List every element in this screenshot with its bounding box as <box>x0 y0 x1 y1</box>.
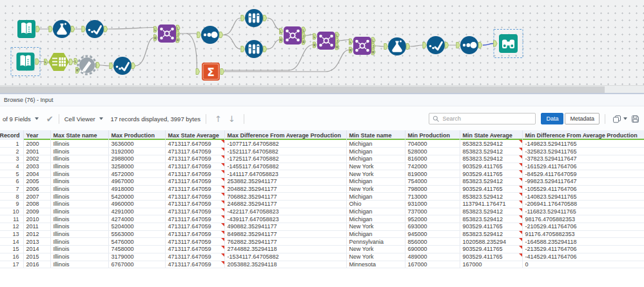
cell[interactable]: -149823.529411765 <box>522 140 644 148</box>
cell[interactable]: New York <box>346 246 405 253</box>
apply-check-button[interactable]: ✔ <box>46 114 54 124</box>
cell[interactable]: 253882.352941177 <box>224 177 346 185</box>
record-column-header[interactable]: Record <box>0 130 23 140</box>
column-header[interactable]: Max Production <box>108 130 165 140</box>
cell[interactable]: Illinois <box>50 193 108 201</box>
column-header[interactable]: Max Difference From Average Production <box>224 130 346 140</box>
cell[interactable]: Michigan <box>346 155 405 163</box>
cell[interactable]: 4713117.647059 <box>165 261 224 268</box>
cell[interactable]: 4960000 <box>108 201 165 208</box>
cell[interactable]: 1020588.235294 <box>460 238 522 246</box>
cell[interactable]: 98176.4705882353 <box>522 215 644 223</box>
cell[interactable]: 2008 <box>23 201 50 208</box>
cell[interactable]: Illinois <box>50 170 108 178</box>
cell[interactable]: 0 <box>522 261 644 268</box>
column-header[interactable]: Max State Average <box>165 130 224 140</box>
cell[interactable]: 853823.529412 <box>460 215 522 223</box>
union-1-tool[interactable] <box>197 26 223 44</box>
cell[interactable]: Illinois <box>50 177 108 185</box>
formula-1-tool[interactable] <box>49 20 75 38</box>
column-header[interactable]: Min State name <box>346 130 405 140</box>
cell[interactable]: 853823.529412 <box>460 193 522 201</box>
cell[interactable]: Illinois <box>50 230 108 238</box>
cell[interactable]: 7458000 <box>108 246 165 253</box>
cell[interactable]: Illinois <box>50 201 108 208</box>
cell[interactable]: -140823.529411765 <box>522 193 644 201</box>
cell[interactable]: 903529.411765 <box>460 246 522 253</box>
row-number-cell[interactable]: 14 <box>0 238 23 246</box>
cell[interactable]: 693000 <box>405 223 460 231</box>
save-button[interactable] <box>631 115 639 123</box>
cell[interactable]: -1455117.64705882 <box>224 163 346 170</box>
cell[interactable]: 853823.529412 <box>460 230 522 238</box>
cell[interactable]: 528000 <box>405 148 460 155</box>
cell[interactable]: -37823.5294117647 <box>522 155 644 163</box>
cell[interactable]: 2988000 <box>108 155 165 163</box>
cell[interactable]: Illinois <box>50 246 108 253</box>
browse-tool[interactable] <box>494 34 518 53</box>
cell[interactable]: 713000 <box>405 193 460 201</box>
join-1-tool[interactable]: LRLJR <box>154 25 181 43</box>
cell[interactable]: 856000 <box>405 238 460 246</box>
cell[interactable]: 4713117.647059 <box>165 246 224 253</box>
cell[interactable]: 4713117.647059 <box>165 163 224 170</box>
cell[interactable]: 4713117.647059 <box>165 193 224 201</box>
scrollbar-thumb[interactable] <box>0 86 605 93</box>
cell[interactable]: 4713117.647059 <box>165 215 224 223</box>
cell[interactable]: 931000 <box>405 201 460 208</box>
cell[interactable]: -1521117.64705882 <box>224 148 346 155</box>
cell[interactable]: 2009 <box>23 208 50 215</box>
cell[interactable]: 4713117.647059 <box>165 208 224 215</box>
row-number-cell[interactable]: 3 <box>0 155 23 163</box>
cell[interactable]: 2000 <box>23 140 50 148</box>
cell[interactable]: 4713117.647059 <box>165 238 224 246</box>
column-header[interactable]: Max State name <box>50 130 108 140</box>
cell[interactable]: Illinois <box>50 140 108 148</box>
cell[interactable]: New York <box>346 223 405 231</box>
row-number-cell[interactable]: 6 <box>0 177 23 185</box>
cell[interactable]: Pennsylvania <box>346 238 405 246</box>
cell[interactable]: 246882.352941177 <box>224 201 346 208</box>
column-header[interactable]: Min Difference From Average Production <box>522 130 644 140</box>
cell[interactable]: 4713117.647059 <box>165 185 224 193</box>
cell[interactable]: Michigan <box>346 140 405 148</box>
cell[interactable]: New York <box>346 253 405 261</box>
cell[interactable]: 4713117.647059 <box>165 170 224 178</box>
cell[interactable]: Illinois <box>50 208 108 215</box>
cell[interactable]: 742000 <box>405 163 460 170</box>
cell[interactable]: -141117.647058823 <box>224 170 346 178</box>
cell[interactable]: 4291000 <box>108 208 165 215</box>
cell-viewer-selector[interactable]: Cell Viewer <box>64 115 103 123</box>
cell[interactable]: 952000 <box>405 215 460 223</box>
cell[interactable]: 754000 <box>405 177 460 185</box>
search-box[interactable] <box>429 113 536 124</box>
input-data-1-tool[interactable] <box>17 20 40 38</box>
cell[interactable]: 903529.411765 <box>460 170 522 178</box>
row-number-cell[interactable]: 1 <box>0 140 23 148</box>
cell[interactable]: -439117.647058823 <box>224 215 346 223</box>
cell[interactable]: 4713117.647059 <box>165 148 224 155</box>
row-number-cell[interactable]: 16 <box>0 253 23 261</box>
sample-2-tool[interactable] <box>241 40 267 58</box>
cell[interactable]: 849882.352941177 <box>224 230 346 238</box>
row-number-cell[interactable]: 11 <box>0 215 23 223</box>
cell[interactable]: 91176.4705882353 <box>522 230 644 238</box>
cell[interactable]: 853823.529412 <box>460 140 522 148</box>
row-number-cell[interactable]: 2 <box>0 148 23 155</box>
cell[interactable]: 167000 <box>460 261 522 268</box>
cell[interactable]: 4713117.647059 <box>165 253 224 261</box>
row-number-cell[interactable]: 5 <box>0 170 23 178</box>
column-header[interactable]: Min State Average <box>460 130 522 140</box>
join-4-tool[interactable]: LRLJR <box>349 37 376 55</box>
cell[interactable]: Illinois <box>50 148 108 155</box>
cell[interactable]: 1137941.176471 <box>460 201 522 208</box>
cell[interactable]: 204882.352941177 <box>224 185 346 193</box>
dynamic-rename-tool[interactable]: LR <box>74 56 100 74</box>
cell[interactable]: 4918000 <box>108 185 165 193</box>
cell[interactable]: Illinois <box>50 155 108 163</box>
cell[interactable]: Michigan <box>346 177 405 185</box>
cell[interactable]: 853823.529412 <box>460 177 522 185</box>
cell[interactable]: Illinois <box>50 163 108 170</box>
cell[interactable]: 2006 <box>23 185 50 193</box>
cell[interactable]: -99823.5294117647 <box>522 177 644 185</box>
